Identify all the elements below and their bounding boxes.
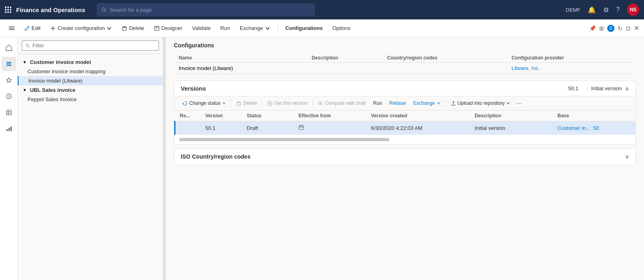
svg-line-22 [28,46,30,47]
validate-button[interactable]: Validate [188,23,215,33]
search-box[interactable] [97,3,315,16]
upload-dropdown-icon [506,101,510,105]
avatar[interactable]: NS [627,4,639,16]
edit-button[interactable]: Edit [20,23,44,33]
versions-section: Versions 50.1 | Initial version ∧ Change… [174,81,636,145]
tree-item-invoice-model-litware[interactable]: Invoice model (Litware) [18,76,163,85]
config-name: Invoice model (Litware) [174,63,307,74]
iso-collapse-icon[interactable]: ∨ [625,153,629,160]
vtb-delete-icon [236,101,241,106]
iso-title: ISO Country/region codes [181,153,625,160]
designer-button[interactable]: Designer [150,23,186,33]
tree-label: Customer invoice model [30,59,91,65]
delete-button[interactable]: Delete [118,23,148,33]
list-icon [6,61,12,67]
more-options-button[interactable]: ⋯ [514,100,524,107]
config-table: Name Description Country/region codes Co… [174,53,636,74]
scrollbar-area [174,135,636,144]
vtb-delete-button[interactable]: Delete [233,99,260,108]
clock-icon [6,93,12,100]
tree-item-customer-invoice-model[interactable]: ▼ Customer invoice model [18,57,163,67]
notification-badge[interactable]: 0 [607,25,614,32]
svg-rect-19 [8,128,10,131]
version-effective-from[interactable] [293,121,366,135]
help-icon[interactable]: ? [616,6,620,13]
top-nav-right: DEMF 🔔 ⚙ ? NS [566,4,639,16]
versions-title: Versions [181,85,568,92]
arrow-icon: ▼ [23,60,27,64]
tree-item-peppol-sales-invoice[interactable]: Peppol Sales Invoice [18,95,163,104]
top-navigation: Finance and Operations DEMF 🔔 ⚙ ? NS [0,0,644,19]
exchange-button[interactable]: Exchange [236,23,274,33]
version-row[interactable]: 50.1 Draft 6/30/2020 4:22:03 AM Initial … [175,121,636,135]
panel-icon[interactable]: ⊞ [599,25,604,32]
delete-icon [122,25,127,31]
apps-icon[interactable] [5,6,11,13]
horizontal-scrollbar[interactable] [179,138,389,141]
expand-icon[interactable]: ⊡ [626,25,631,32]
options-button[interactable]: Options [328,23,355,33]
filter-input[interactable] [32,42,155,49]
svg-point-21 [26,44,28,46]
get-this-version-button[interactable]: Get this version [264,99,311,108]
iso-section-header[interactable]: ISO Country/region codes ∨ [174,148,636,165]
upload-into-repository-button[interactable]: Upload into repository [448,99,514,108]
svg-point-0 [102,8,106,11]
iso-section: ISO Country/region codes ∨ [174,148,636,165]
change-status-icon [182,101,188,106]
edit-icon [24,25,30,31]
tree-filter [18,37,163,54]
table-icon-btn[interactable] [2,105,16,120]
change-status-button[interactable]: Change status [179,99,229,108]
chart-icon-btn[interactable] [2,121,16,136]
list-icon-btn[interactable] [2,57,16,71]
tree-item-ubl-sales-invoice[interactable]: ▼ UBL Sales invoice [18,85,163,95]
run-button[interactable]: Run [216,23,234,33]
col-effective-from: Effective from [293,110,366,121]
base-num[interactable]: 50 [593,125,599,131]
versions-badge: 50.1 [568,85,578,91]
col-re: Re... [175,110,201,121]
base-link[interactable]: Customer in... [557,125,590,131]
pin-icon[interactable]: 📌 [589,25,596,32]
col-description: Description [470,110,553,121]
search-input[interactable] [110,7,310,13]
rebase-button[interactable]: Rebase [386,99,409,108]
clock-icon-btn[interactable] [2,89,16,104]
home-icon-btn[interactable] [2,40,16,55]
compare-icon [318,101,323,106]
hamburger-button[interactable] [5,24,19,33]
calendar-icon [298,125,304,130]
vtb-run-button[interactable]: Run [370,99,385,108]
tree-item-model-mapping[interactable]: Customer invoice model mapping [18,67,163,76]
config-provider[interactable]: Litware, Inc. [507,63,636,74]
compare-with-draft-button[interactable]: Compare with draft [315,99,369,108]
create-configuration-button[interactable]: Create configuration [46,23,116,33]
tree-label: Peppol Sales Invoice [27,96,76,102]
filter-search-icon [25,43,30,48]
exchange-dropdown-button[interactable]: Exchange [410,99,443,108]
tree-panel: ▼ Customer invoice model Customer invoic… [18,37,163,280]
col-status: Status [242,110,293,121]
version-base: Customer in... 50 [553,121,636,135]
change-status-dropdown-icon [222,101,226,105]
configurations-button[interactable]: Configurations [281,23,327,33]
star-icon-btn[interactable] [2,73,16,87]
version-created: 6/30/2020 4:22:03 AM [366,121,470,135]
svg-rect-4 [9,29,15,30]
hamburger-icon [9,25,15,31]
sidebar-icons [0,37,18,280]
settings-icon[interactable]: ⚙ [603,6,609,14]
versions-toolbar: Change status Delete Get this version Co… [174,96,636,110]
versions-header: Versions 50.1 | Initial version ∧ [174,81,636,96]
filter-input-wrapper[interactable] [22,40,159,51]
config-description [307,63,382,74]
refresh-icon[interactable]: ↻ [618,25,623,32]
breadcrumb: Configurations [174,42,636,49]
col-provider: Configuration provider [507,53,636,63]
notification-icon[interactable]: 🔔 [588,6,596,14]
close-icon[interactable]: ✕ [634,24,639,32]
svg-line-1 [105,11,106,12]
versions-collapse-icon[interactable]: ∧ [625,85,629,92]
versions-table: Re... Version Status Effective from Vers… [174,110,636,135]
